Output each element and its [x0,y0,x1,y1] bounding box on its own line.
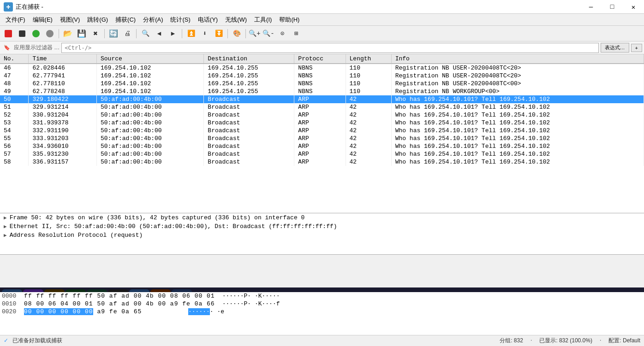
hex-row: 002000 00 00 00 00 00 a9 fe 0a 65·······… [0,308,644,316]
menu-item[interactable]: 编辑(E) [29,15,56,25]
detail-row[interactable]: ▶Address Resolution Protocol (request) [0,231,644,240]
close-file-btn[interactable]: ✖ [89,28,102,40]
restart-capture-btn[interactable] [30,28,42,40]
table-row[interactable]: 52330.93120450:af:ad:00:4b:00BroadcastAR… [0,111,644,119]
col-length: Length [346,54,391,64]
selected-hex-bytes: 00 00 00 00 00 00 [24,308,93,315]
close-button[interactable]: ✕ [623,0,644,14]
window-title: 正在捕获 - [16,3,43,11]
hex-dump: 0000ff ff ff ff ff ff 50 af ad 00 4b 00 … [0,292,644,335]
expand-icon: ▶ [4,223,7,229]
back-btn[interactable]: ⬇ [198,28,211,40]
menu-item[interactable]: 文件(F) [2,15,29,25]
packet-table: No. Time Source Destination Protocc Leng… [0,54,644,166]
find-btn[interactable]: 🔍 [139,28,152,40]
expression-button[interactable]: 表达式… [601,43,629,53]
menu-bar: 文件(F)编辑(E)视图(V)跳转(G)捕获(C)分析(A)统计(S)电话(Y)… [0,14,644,26]
col-source: Source [97,54,204,64]
hex-ascii: ······· ·e [181,308,250,315]
detail-row[interactable]: ▶Ethernet II, Src: 50:af:ad:00:4b:00 (50… [0,222,644,231]
packet-detail: ▶Frame 50: 42 bytes on wire (336 bits), … [0,213,644,255]
record-icon [5,30,12,37]
go-btn[interactable]: ⏫ [185,28,197,40]
options-btn[interactable] [43,28,56,40]
detail-text: Frame 50: 42 bytes on wire (336 bits), 4… [10,214,305,221]
hex-bytes: 08 00 06 04 00 01 50 af ad 00 4b 00 a9 f… [24,300,215,307]
status-right: 分组: 832 · 已显示: 832 (100.0%) · 配置: Defaul… [500,337,640,345]
title-bar: 正在捕获 - — □ ✕ [0,0,644,14]
table-row[interactable]: 4662.028446169.254.10.102169.254.10.255N… [0,64,644,72]
separator-1 [59,29,59,38]
status-separator-1: · [531,337,532,345]
save-btn[interactable]: 💾 [75,28,88,40]
table-row[interactable]: 54332.93119050:af:ad:00:4b:00BroadcastAR… [0,127,644,135]
table-row[interactable]: 57335.93123050:af:ad:00:4b:00BroadcastAR… [0,150,644,158]
col-protocol: Protocc [294,54,346,64]
table-row[interactable]: 4762.777941169.254.10.102169.254.10.255N… [0,72,644,80]
table-row[interactable]: 58336.93115750:af:ad:00:4b:00BroadcastAR… [0,158,644,166]
hex-offset: 0010 [2,300,24,307]
gear-icon [46,30,54,37]
detail-row[interactable]: ▶Frame 50: 42 bytes on wire (336 bits), … [0,213,644,222]
hex-ascii: ······P· ·K····f [215,300,284,307]
app-icon [4,2,13,12]
zoom-in-btn[interactable]: 🔍+ [248,28,261,40]
colorize-btn[interactable]: 🎨 [230,28,243,40]
table-row[interactable]: 4862.778110169.254.10.102169.254.10.255N… [0,80,644,88]
menu-item[interactable]: 捕获(C) [112,15,139,25]
table-row[interactable]: 4962.778248169.254.10.102169.254.10.255N… [0,88,644,95]
menu-item[interactable]: 跳转(G) [83,15,112,25]
menu-item[interactable]: 分析(A) [139,15,167,25]
menu-item[interactable]: 电话(Y) [194,15,221,25]
minimize-button[interactable]: — [580,0,602,14]
table-row[interactable]: 56334.93601050:af:ad:00:4b:00BroadcastAR… [0,142,644,150]
col-no: No. [0,54,29,64]
add-filter-button[interactable]: + [631,44,642,52]
filter-bar: 🔖 应用显示过滤器 … 表达式… + [0,41,644,54]
hex-ascii: ······P· ·K····· [215,293,284,299]
zoom-out-btn[interactable]: 🔍- [262,28,275,40]
status-profile: 配置: Default [608,337,640,345]
resize-columns-btn[interactable]: ⊞ [290,28,303,40]
hex-offset: 0020 [2,308,24,315]
zoom-reset-btn[interactable]: ⊙ [276,28,289,40]
print-btn[interactable]: 🖨 [121,28,134,40]
restart-icon [32,30,40,37]
status-text: 已准备好加载或捕获 [12,337,62,344]
status-displayed: 已显示: 832 (100.0%) [539,337,592,345]
status-separator-2: · [600,337,601,345]
stop-capture-btn[interactable] [16,28,29,40]
table-row[interactable]: 55333.93120350:af:ad:00:4b:00BroadcastAR… [0,135,644,142]
detail-text: Ethernet II, Src: 50:af:ad:00:4b:00 (50:… [10,223,337,230]
separator-5 [227,29,228,38]
next-btn[interactable]: ▶ [167,28,179,40]
hex-row: 0000ff ff ff ff ff ff 50 af ad 00 4b 00 … [0,292,644,300]
hex-bytes: ff ff ff ff ff ff 50 af ad 00 4b 00 08 0… [24,293,215,299]
window-controls: — □ ✕ [580,0,644,14]
packet-tbody: 4662.028446169.254.10.102169.254.10.255N… [0,64,644,166]
start-capture-btn[interactable] [2,28,15,40]
hex-offset: 0000 [2,293,24,299]
hex-row: 001008 00 06 04 00 01 50 af ad 00 4b 00 … [0,300,644,308]
maximize-button[interactable]: □ [602,0,623,14]
table-row[interactable]: 51329.93121450:af:ad:00:4b:00BroadcastAR… [0,103,644,111]
stop-icon [19,30,25,37]
separator-4 [182,29,182,38]
fwd-btn[interactable]: ⏬ [212,28,225,40]
hex-bytes: 00 00 00 00 00 00 a9 fe 0a 65 [24,308,181,315]
filter-label: 应用显示过滤器 … [14,44,60,52]
open-btn[interactable]: 📂 [61,28,74,40]
reload-btn[interactable]: 🔄 [107,28,120,40]
prev-btn[interactable]: ◀ [153,28,166,40]
menu-item[interactable]: 帮助(H) [275,15,303,25]
status-ready: ✓ 已准备好加载或捕获 [4,337,500,345]
menu-item[interactable]: 视图(V) [56,15,83,25]
menu-item[interactable]: 无线(W) [221,15,250,25]
status-bar: ✓ 已准备好加载或捕获 分组: 832 · 已显示: 832 (100.0%) … [0,335,644,346]
expand-icon: ▶ [4,232,7,238]
table-row[interactable]: 53331.93937850:af:ad:00:4b:00BroadcastAR… [0,119,644,127]
menu-item[interactable]: 工具(I) [250,15,275,25]
table-row[interactable]: 50329.18042250:af:ad:00:4b:00BroadcastAR… [0,95,644,103]
menu-item[interactable]: 统计(S) [167,15,194,25]
filter-input[interactable] [61,43,598,53]
